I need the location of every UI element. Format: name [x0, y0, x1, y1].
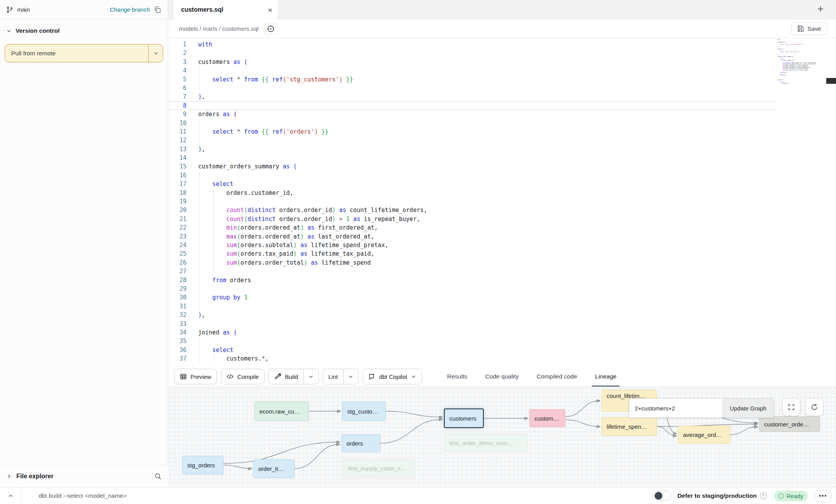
action-buttons: Preview Compile Build	[174, 369, 422, 384]
tab-lineage[interactable]: Lineage	[595, 366, 616, 387]
file-explorer-row[interactable]: File explorer	[0, 465, 168, 487]
code-line[interactable]: 34joined as (	[168, 328, 777, 337]
code-line[interactable]: 9orders as (	[168, 110, 777, 118]
line-number: 25	[168, 249, 186, 258]
code-line[interactable]: 36 select	[168, 346, 777, 354]
code-line[interactable]: 20 count(distinct orders.order_id) as co…	[168, 206, 777, 214]
code-line[interactable]: 14	[168, 154, 777, 162]
preview-button[interactable]: Preview	[174, 369, 217, 384]
code-line[interactable]: 30 group by 1	[168, 293, 777, 302]
pull-from-remote-button[interactable]: Pull from remote	[5, 44, 163, 62]
close-icon[interactable]: ×	[268, 6, 272, 14]
minimap[interactable]: withcustomers as ( select * from {{ ref(…	[777, 39, 816, 87]
code-line[interactable]: 13),	[168, 145, 777, 154]
version-control-title: Version control	[16, 27, 60, 34]
code-line[interactable]: 10	[168, 119, 777, 127]
copilot-compass-button[interactable]	[264, 23, 278, 35]
code-line[interactable]: 26 sum(orders.order_total) as lifetime_s…	[168, 258, 777, 267]
tab-compiled-code[interactable]: Compiled code	[537, 366, 577, 387]
new-tab-button[interactable]: +	[817, 3, 824, 15]
compile-button[interactable]: Compile	[221, 369, 264, 384]
pull-dropdown-caret[interactable]	[149, 50, 163, 56]
tab-strip: customers.sql × +	[168, 0, 836, 19]
version-control-header[interactable]: Version control	[0, 19, 168, 39]
change-branch-link[interactable]: Change branch	[110, 6, 150, 13]
code-line[interactable]: 21 count(distinct orders.order_id) > 1 a…	[168, 215, 777, 223]
code-line[interactable]: 12	[168, 136, 777, 145]
status-badge[interactable]: Ready	[774, 491, 808, 501]
line-number: 37	[168, 354, 186, 363]
lineage-node-orders[interactable]: orders	[341, 434, 380, 452]
lineage-panel[interactable]: ecom.raw_cu…stg_custo…customerscustom…or…	[168, 387, 836, 487]
copy-icon[interactable]	[154, 6, 162, 14]
pull-from-remote-label: Pull from remote	[5, 50, 148, 57]
code-line[interactable]: 16	[168, 171, 777, 180]
code-line[interactable]: 33	[168, 320, 777, 328]
code-line[interactable]: 22 min(orders.ordered_at) as first_order…	[168, 223, 777, 232]
code-line[interactable]: 11 select * from {{ ref('orders') }}	[168, 127, 777, 136]
lineage-node-average_order[interactable]: average_ord…	[678, 426, 730, 444]
expand-command-bar-button[interactable]	[0, 488, 21, 504]
update-graph-button[interactable]: Update Graph	[722, 399, 773, 417]
lineage-node-customers[interactable]: customers	[444, 409, 484, 428]
search-icon[interactable]	[154, 472, 162, 480]
fullscreen-button[interactable]	[782, 398, 801, 416]
code-line[interactable]: 28 from orders	[168, 276, 777, 285]
preview-label: Preview	[190, 373, 211, 380]
code-line[interactable]: 17 select	[168, 180, 777, 188]
code-line[interactable]: 23 max(orders.ordered_at) as last_ordere…	[168, 232, 777, 241]
code-line[interactable]: 35	[168, 337, 777, 345]
line-number: 14	[168, 154, 186, 162]
build-dropdown-caret[interactable]	[304, 369, 318, 384]
code-line[interactable]: 4	[168, 66, 777, 75]
lineage-node-customer_orders[interactable]: customer_orde…	[759, 416, 820, 432]
code-line[interactable]: 32),	[168, 311, 777, 319]
lint-button[interactable]: Lint	[323, 369, 359, 384]
code-line[interactable]: 1with	[168, 40, 777, 49]
line-number: 35	[168, 337, 186, 345]
command-bar: dbt build --select <model_name> Defer to…	[0, 487, 836, 504]
lineage-node-ecom_raw[interactable]: ecom.raw_cu…	[254, 401, 309, 421]
tab-customers-sql[interactable]: customers.sql ×	[173, 0, 278, 19]
code-line[interactable]: 6	[168, 84, 777, 92]
save-button[interactable]: Save	[791, 22, 827, 35]
code-line[interactable]: 37 customers.*,	[168, 354, 777, 363]
tab-results[interactable]: Results	[447, 366, 467, 387]
tab-code-quality[interactable]: Code quality	[485, 366, 519, 387]
lineage-search-input[interactable]: 2+customers+2	[629, 399, 722, 417]
code-line[interactable]: 25 sum(orders.tax_paid) as lifetime_tax_…	[168, 249, 777, 258]
code-line[interactable]: 2	[168, 49, 777, 57]
code-line[interactable]: 31	[168, 302, 777, 311]
code-line[interactable]: 27	[168, 267, 777, 276]
code-line[interactable]: 3customers as (	[168, 58, 777, 66]
code-line[interactable]: 18 orders.customer_id,	[168, 189, 777, 197]
help-icon[interactable]: ?	[760, 492, 767, 499]
code-line[interactable]: 24 sum(orders.subtotal) as lifetime_spen…	[168, 241, 777, 249]
build-button[interactable]: Build	[268, 369, 318, 384]
lineage-node-test_order_items[interactable]: test_order_items_com…	[444, 434, 528, 452]
result-tabs: Results Code quality Compiled code Linea…	[447, 366, 616, 387]
code-line[interactable]: 15customer_orders_summary as (	[168, 162, 777, 171]
lineage-node-lifetime_spend[interactable]: lifetime_spen…	[602, 417, 657, 436]
line-number: 11	[168, 127, 186, 136]
code-line[interactable]: 8	[168, 101, 777, 110]
lineage-node-order_items[interactable]: order_it…	[253, 459, 295, 478]
line-number: 7	[168, 92, 186, 101]
code-line[interactable]: 29	[168, 285, 777, 293]
lineage-node-stg_customers[interactable]: stg_custo…	[342, 401, 386, 421]
lineage-node-customers_mart[interactable]: custom…	[529, 409, 565, 427]
code-editor[interactable]: 1with23customers as (45 select * from {{…	[168, 38, 836, 366]
code-line[interactable]: 7),	[168, 92, 777, 101]
defer-toggle[interactable]	[653, 491, 671, 501]
line-number: 15	[168, 162, 186, 171]
refresh-button[interactable]	[805, 398, 824, 416]
command-input[interactable]: dbt build --select <model_name>	[39, 492, 653, 499]
lineage-node-test_supply_costs[interactable]: test_supply_costs_s…	[343, 459, 415, 477]
scrollbar-thumb[interactable]	[826, 78, 836, 84]
lineage-node-stg_orders[interactable]: stg_orders	[182, 456, 224, 474]
lint-dropdown-caret[interactable]	[344, 369, 358, 384]
more-options-button[interactable]	[814, 490, 831, 502]
dbt-copilot-button[interactable]: dbt Copilot	[362, 369, 422, 384]
code-line[interactable]: 19	[168, 197, 777, 206]
code-line[interactable]: 5 select * from {{ ref('stg_customers') …	[168, 75, 777, 84]
